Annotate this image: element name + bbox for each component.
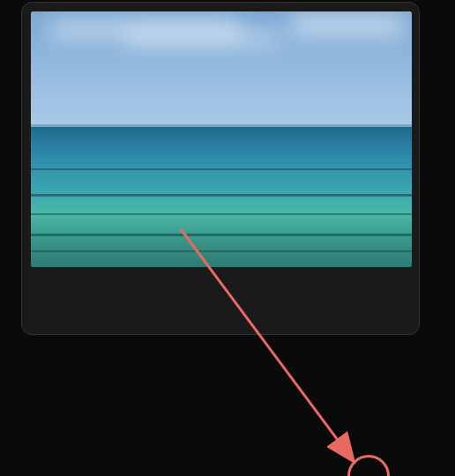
sea-region (31, 127, 412, 268)
sky-region (31, 11, 412, 127)
photo-preview[interactable] (31, 11, 412, 267)
photo-content (31, 11, 412, 267)
annotation-target-marker (347, 455, 390, 476)
image-card[interactable] (21, 2, 420, 335)
